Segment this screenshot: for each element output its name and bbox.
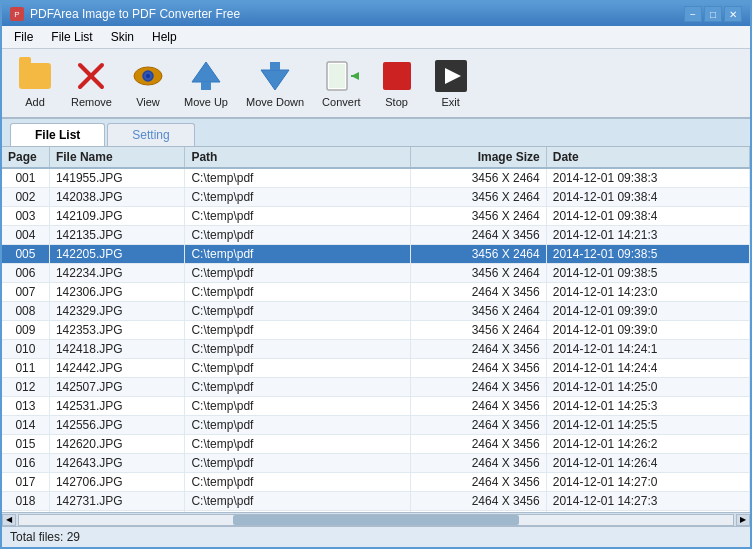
file-table: Page File Name Path Image Size Date 0011… <box>2 147 750 512</box>
table-cell: 2014-12-01 14:24:1 <box>546 340 749 359</box>
menu-skin[interactable]: Skin <box>103 28 142 46</box>
menu-help[interactable]: Help <box>144 28 185 46</box>
table-cell: 001 <box>2 168 49 188</box>
close-button[interactable]: ✕ <box>724 6 742 22</box>
total-files-label: Total files: 29 <box>10 530 80 544</box>
table-cell: 142706.JPG <box>49 473 184 492</box>
title-bar: P PDFArea Image to PDF Converter Free − … <box>2 2 750 26</box>
table-row[interactable]: 010142418.JPGC:\temp\pdf2464 X 34562014-… <box>2 340 750 359</box>
table-cell: 2014-12-01 14:26:2 <box>546 435 749 454</box>
table-cell: 014 <box>2 416 49 435</box>
convert-button[interactable]: Convert <box>315 53 368 113</box>
convert-icon <box>323 58 359 94</box>
menu-file[interactable]: File <box>6 28 41 46</box>
table-cell: 2464 X 3456 <box>411 340 546 359</box>
table-row[interactable]: 016142643.JPGC:\temp\pdf2464 X 34562014-… <box>2 454 750 473</box>
svg-marker-5 <box>192 62 220 82</box>
table-cell: 2464 X 3456 <box>411 416 546 435</box>
table-cell: 2464 X 3456 <box>411 283 546 302</box>
move-down-button[interactable]: Move Down <box>239 53 311 113</box>
table-cell: 018 <box>2 492 49 511</box>
table-row[interactable]: 007142306.JPGC:\temp\pdf2464 X 34562014-… <box>2 283 750 302</box>
table-row[interactable]: 005142205.JPGC:\temp\pdf3456 X 24642014-… <box>2 245 750 264</box>
stop-button[interactable]: Stop <box>372 53 422 113</box>
table-row[interactable]: 001141955.JPGC:\temp\pdf3456 X 24642014-… <box>2 168 750 188</box>
content-area: Page File Name Path Image Size Date 0011… <box>2 147 750 547</box>
tab-file-list[interactable]: File List <box>10 123 105 146</box>
table-cell: C:\temp\pdf <box>185 188 411 207</box>
toolbar: Add Remove View <box>2 49 750 119</box>
table-row[interactable]: 012142507.JPGC:\temp\pdf2464 X 34562014-… <box>2 378 750 397</box>
table-row[interactable]: 013142531.JPGC:\temp\pdf2464 X 34562014-… <box>2 397 750 416</box>
view-icon <box>130 58 166 94</box>
add-button[interactable]: Add <box>10 53 60 113</box>
col-page: Page <box>2 147 49 168</box>
tab-setting[interactable]: Setting <box>107 123 194 146</box>
table-cell: 011 <box>2 359 49 378</box>
table-cell: 3456 X 2464 <box>411 302 546 321</box>
svg-marker-7 <box>261 70 289 90</box>
table-row[interactable]: 014142556.JPGC:\temp\pdf2464 X 34562014-… <box>2 416 750 435</box>
table-cell: 3456 X 2464 <box>411 321 546 340</box>
table-cell: 003 <box>2 207 49 226</box>
scroll-left-button[interactable]: ◀ <box>2 514 16 526</box>
table-cell: 2014-12-01 09:38:4 <box>546 188 749 207</box>
table-row[interactable]: 004142135.JPGC:\temp\pdf2464 X 34562014-… <box>2 226 750 245</box>
table-cell: 3456 X 2464 <box>411 245 546 264</box>
convert-label: Convert <box>322 96 361 108</box>
table-cell: 2014-12-01 14:26:4 <box>546 454 749 473</box>
table-row[interactable]: 011142442.JPGC:\temp\pdf2464 X 34562014-… <box>2 359 750 378</box>
remove-button[interactable]: Remove <box>64 53 119 113</box>
table-row[interactable]: 017142706.JPGC:\temp\pdf2464 X 34562014-… <box>2 473 750 492</box>
table-body: 001141955.JPGC:\temp\pdf3456 X 24642014-… <box>2 168 750 512</box>
exit-icon <box>433 58 469 94</box>
table-cell: C:\temp\pdf <box>185 435 411 454</box>
table-row[interactable]: 015142620.JPGC:\temp\pdf2464 X 34562014-… <box>2 435 750 454</box>
table-cell: 142620.JPG <box>49 435 184 454</box>
move-up-icon <box>188 58 224 94</box>
table-cell: 017 <box>2 473 49 492</box>
minimize-button[interactable]: − <box>684 6 702 22</box>
svg-rect-8 <box>270 62 280 70</box>
maximize-button[interactable]: □ <box>704 6 722 22</box>
exit-button[interactable]: Exit <box>426 53 476 113</box>
table-cell: 2464 X 3456 <box>411 397 546 416</box>
horizontal-scrollbar[interactable] <box>18 514 734 526</box>
table-row[interactable]: 003142109.JPGC:\temp\pdf3456 X 24642014-… <box>2 207 750 226</box>
table-wrapper: Page File Name Path Image Size Date 0011… <box>2 147 750 512</box>
table-cell: C:\temp\pdf <box>185 473 411 492</box>
table-cell: C:\temp\pdf <box>185 340 411 359</box>
svg-point-4 <box>146 74 150 78</box>
view-button[interactable]: View <box>123 53 173 113</box>
table-cell: 2464 X 3456 <box>411 473 546 492</box>
table-cell: 004 <box>2 226 49 245</box>
table-cell: 142353.JPG <box>49 321 184 340</box>
table-cell: C:\temp\pdf <box>185 302 411 321</box>
tabs-area: File List Setting <box>2 119 750 147</box>
scroll-right-button[interactable]: ▶ <box>736 514 750 526</box>
col-path: Path <box>185 147 411 168</box>
table-row[interactable]: 008142329.JPGC:\temp\pdf3456 X 24642014-… <box>2 302 750 321</box>
svg-rect-10 <box>329 64 345 88</box>
table-cell: 010 <box>2 340 49 359</box>
table-row[interactable]: 009142353.JPGC:\temp\pdf3456 X 24642014-… <box>2 321 750 340</box>
table-cell: 142731.JPG <box>49 492 184 511</box>
table-cell: C:\temp\pdf <box>185 245 411 264</box>
table-cell: C:\temp\pdf <box>185 283 411 302</box>
table-row[interactable]: 002142038.JPGC:\temp\pdf3456 X 24642014-… <box>2 188 750 207</box>
table-cell: C:\temp\pdf <box>185 207 411 226</box>
menu-file-list[interactable]: File List <box>43 28 100 46</box>
table-row[interactable]: 006142234.JPGC:\temp\pdf3456 X 24642014-… <box>2 264 750 283</box>
table-cell: C:\temp\pdf <box>185 168 411 188</box>
table-cell: 013 <box>2 397 49 416</box>
add-icon <box>17 58 53 94</box>
table-cell: 142306.JPG <box>49 283 184 302</box>
app-window: P PDFArea Image to PDF Converter Free − … <box>0 0 752 549</box>
table-cell: 2014-12-01 14:25:5 <box>546 416 749 435</box>
table-cell: 2464 X 3456 <box>411 359 546 378</box>
table-row[interactable]: 018142731.JPGC:\temp\pdf2464 X 34562014-… <box>2 492 750 511</box>
table-cell: 2014-12-01 09:38:5 <box>546 245 749 264</box>
move-up-button[interactable]: Move Up <box>177 53 235 113</box>
exit-label: Exit <box>441 96 459 108</box>
table-cell: 2464 X 3456 <box>411 454 546 473</box>
